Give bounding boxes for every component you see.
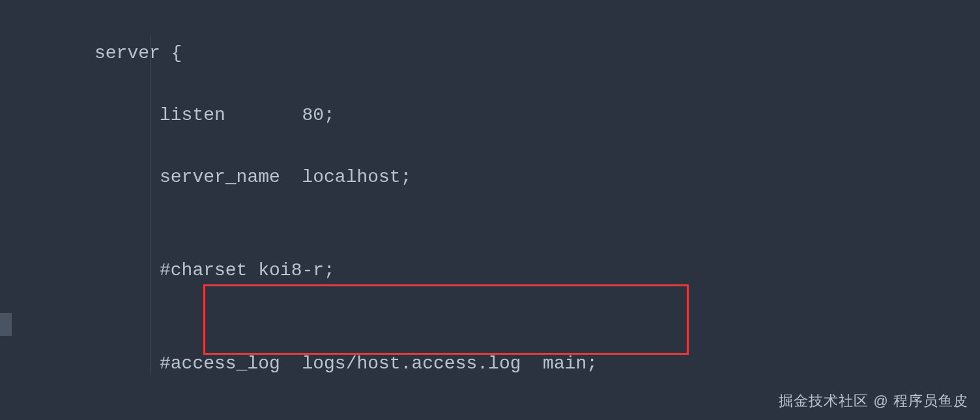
code-line-2: listen 80; [0,100,980,131]
code-line-7: #access_log logs/host.access.log main; [0,348,980,380]
watermark-text: 掘金技术社区 @ 程序员鱼皮 [779,391,968,411]
code-line-3: server_name localhost; [0,162,980,193]
code-line-1: server { [0,38,980,69]
code-editor[interactable]: server { listen 80; server_name localhos… [0,0,980,420]
code-line-5: #charset koi8-r; [0,255,980,286]
